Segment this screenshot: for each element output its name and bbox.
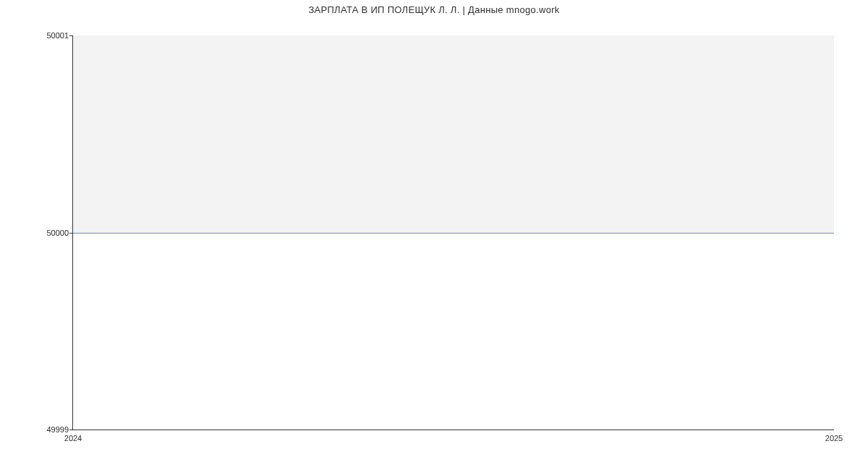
y-tick-mid: 50000 bbox=[46, 228, 69, 237]
plot-fill bbox=[73, 35, 834, 233]
x-tick-left: 2024 bbox=[64, 434, 82, 443]
chart-title: ЗАРПЛАТА В ИП ПОЛЕЩУК Л. Л. | Данные mno… bbox=[0, 4, 868, 15]
y-tick-bot: 49999 bbox=[46, 425, 69, 434]
x-tick-right: 2025 bbox=[825, 434, 843, 443]
plot-area: 50001 50000 49999 2024 2025 bbox=[72, 35, 834, 430]
data-line bbox=[73, 233, 834, 234]
y-tick-top: 50001 bbox=[46, 31, 69, 40]
